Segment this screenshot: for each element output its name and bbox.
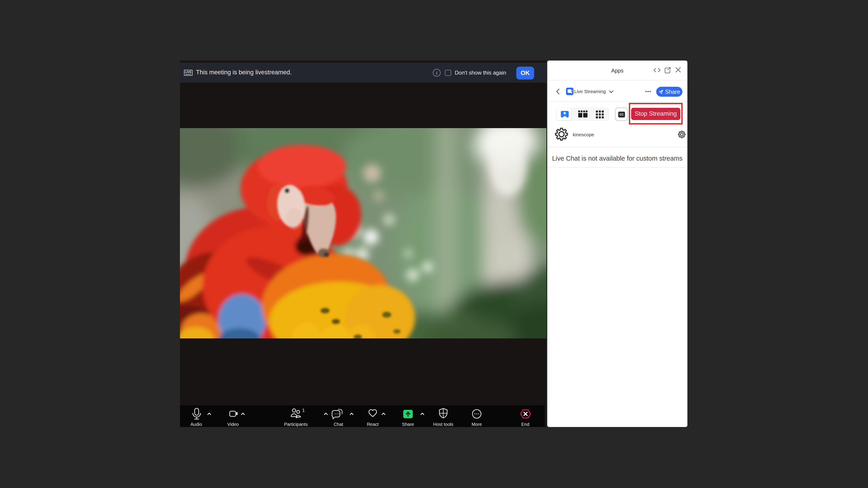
- svg-text:1: 1: [302, 408, 305, 413]
